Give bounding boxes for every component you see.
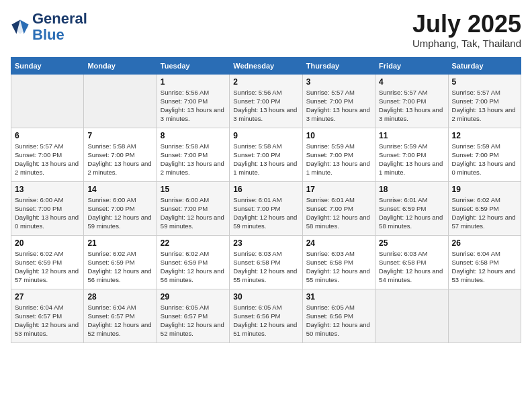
day-info: Sunrise: 5:59 AM Sunset: 7:00 PM Dayligh… [379,142,444,177]
calendar-cell: 8Sunrise: 5:58 AM Sunset: 7:00 PM Daylig… [157,128,229,181]
day-info: Sunrise: 5:56 AM Sunset: 7:00 PM Dayligh… [161,88,226,124]
calendar-cell: 18Sunrise: 6:01 AM Sunset: 6:59 PM Dayli… [375,181,448,235]
calendar-cell: 19Sunrise: 6:02 AM Sunset: 6:59 PM Dayli… [448,181,521,235]
day-info: Sunrise: 6:00 AM Sunset: 7:00 PM Dayligh… [87,195,152,231]
day-number: 20 [15,238,80,248]
day-number: 14 [87,185,152,194]
day-info: Sunrise: 5:57 AM Sunset: 7:00 PM Dayligh… [306,88,371,124]
day-info: Sunrise: 6:05 AM Sunset: 6:56 PM Dayligh… [233,303,298,338]
calendar-cell [375,289,448,342]
day-info: Sunrise: 6:03 AM Sunset: 6:58 PM Dayligh… [233,249,298,285]
day-number: 23 [233,238,298,248]
day-info: Sunrise: 6:01 AM Sunset: 7:00 PM Dayligh… [233,195,298,231]
day-info: Sunrise: 6:02 AM Sunset: 6:59 PM Dayligh… [87,249,152,285]
weekday-header-tuesday: Tuesday [157,57,229,74]
day-info: Sunrise: 6:00 AM Sunset: 7:00 PM Dayligh… [15,195,80,231]
day-number: 4 [379,77,444,87]
day-number: 11 [379,131,444,140]
calendar-cell: 29Sunrise: 6:05 AM Sunset: 6:57 PM Dayli… [157,289,229,342]
day-number: 29 [161,292,226,302]
weekday-header-thursday: Thursday [302,57,375,74]
day-info: Sunrise: 6:03 AM Sunset: 6:58 PM Dayligh… [306,249,371,285]
calendar-cell: 12Sunrise: 5:59 AM Sunset: 7:00 PM Dayli… [448,128,521,181]
day-info: Sunrise: 5:58 AM Sunset: 7:00 PM Dayligh… [233,142,298,177]
day-info: Sunrise: 5:57 AM Sunset: 7:00 PM Dayligh… [379,88,444,124]
calendar-cell [448,289,521,342]
calendar-body: 1Sunrise: 5:56 AM Sunset: 7:00 PM Daylig… [11,74,521,342]
day-info: Sunrise: 6:01 AM Sunset: 7:00 PM Dayligh… [306,195,371,231]
title-block: July 2025 Umphang, Tak, Thailand [412,11,521,49]
day-info: Sunrise: 5:59 AM Sunset: 7:00 PM Dayligh… [452,142,517,177]
month-year: July 2025 [412,11,521,38]
calendar-cell: 31Sunrise: 6:05 AM Sunset: 6:56 PM Dayli… [302,289,375,342]
day-number: 12 [452,131,517,140]
calendar-cell: 25Sunrise: 6:03 AM Sunset: 6:58 PM Dayli… [375,235,448,289]
day-info: Sunrise: 6:02 AM Sunset: 6:59 PM Dayligh… [452,195,517,231]
day-info: Sunrise: 5:59 AM Sunset: 7:00 PM Dayligh… [306,142,371,177]
calendar-week-1: 1Sunrise: 5:56 AM Sunset: 7:00 PM Daylig… [11,74,521,128]
day-info: Sunrise: 6:04 AM Sunset: 6:58 PM Dayligh… [452,249,517,285]
calendar-cell: 16Sunrise: 6:01 AM Sunset: 7:00 PM Dayli… [230,181,302,235]
calendar-cell: 5Sunrise: 5:57 AM Sunset: 7:00 PM Daylig… [448,74,521,128]
day-info: Sunrise: 5:58 AM Sunset: 7:00 PM Dayligh… [161,142,226,177]
calendar-cell: 20Sunrise: 6:02 AM Sunset: 6:59 PM Dayli… [11,235,84,289]
calendar-cell: 4Sunrise: 5:57 AM Sunset: 7:00 PM Daylig… [375,74,448,128]
day-number: 1 [161,77,226,87]
calendar-cell: 22Sunrise: 6:02 AM Sunset: 6:59 PM Dayli… [157,235,229,289]
day-number: 5 [452,77,517,87]
day-number: 13 [15,185,80,194]
calendar-cell: 30Sunrise: 6:05 AM Sunset: 6:56 PM Dayli… [230,289,302,342]
day-number: 18 [379,185,444,194]
day-number: 6 [15,131,80,140]
calendar-cell: 7Sunrise: 5:58 AM Sunset: 7:00 PM Daylig… [84,128,157,181]
calendar-cell: 23Sunrise: 6:03 AM Sunset: 6:58 PM Dayli… [230,235,302,289]
weekday-header-row: SundayMondayTuesdayWednesdayThursdayFrid… [11,57,521,74]
weekday-header-saturday: Saturday [448,57,521,74]
day-info: Sunrise: 6:02 AM Sunset: 6:59 PM Dayligh… [15,249,80,285]
calendar-cell: 27Sunrise: 6:04 AM Sunset: 6:57 PM Dayli… [11,289,84,342]
day-info: Sunrise: 6:00 AM Sunset: 7:00 PM Dayligh… [161,195,226,231]
day-info: Sunrise: 6:04 AM Sunset: 6:57 PM Dayligh… [87,303,152,338]
day-info: Sunrise: 6:01 AM Sunset: 6:59 PM Dayligh… [379,195,444,231]
calendar-cell: 6Sunrise: 5:57 AM Sunset: 7:00 PM Daylig… [11,128,84,181]
calendar-week-2: 6Sunrise: 5:57 AM Sunset: 7:00 PM Daylig… [11,128,521,181]
logo-text: General Blue [32,11,87,43]
location: Umphang, Tak, Thailand [412,38,521,49]
day-number: 26 [452,238,517,248]
day-number: 28 [87,292,152,302]
calendar-cell [11,74,84,128]
calendar-cell: 17Sunrise: 6:01 AM Sunset: 7:00 PM Dayli… [302,181,375,235]
day-number: 7 [87,131,152,140]
weekday-header-friday: Friday [375,57,448,74]
calendar-cell: 26Sunrise: 6:04 AM Sunset: 6:58 PM Dayli… [448,235,521,289]
day-number: 25 [379,238,444,248]
weekday-header-monday: Monday [84,57,157,74]
logo: General Blue [11,11,87,43]
day-number: 16 [233,185,298,194]
calendar-cell: 28Sunrise: 6:04 AM Sunset: 6:57 PM Dayli… [84,289,157,342]
day-number: 22 [161,238,226,248]
day-info: Sunrise: 5:57 AM Sunset: 7:00 PM Dayligh… [15,142,80,177]
day-number: 2 [233,77,298,87]
day-number: 8 [161,131,226,140]
calendar-week-4: 20Sunrise: 6:02 AM Sunset: 6:59 PM Dayli… [11,235,521,289]
calendar-week-5: 27Sunrise: 6:04 AM Sunset: 6:57 PM Dayli… [11,289,521,342]
calendar-cell: 13Sunrise: 6:00 AM Sunset: 7:00 PM Dayli… [11,181,84,235]
day-info: Sunrise: 6:02 AM Sunset: 6:59 PM Dayligh… [161,249,226,285]
page-header: General Blue July 2025 Umphang, Tak, Tha… [11,11,521,49]
day-number: 17 [306,185,371,194]
calendar-cell: 9Sunrise: 5:58 AM Sunset: 7:00 PM Daylig… [230,128,302,181]
calendar-cell: 21Sunrise: 6:02 AM Sunset: 6:59 PM Dayli… [84,235,157,289]
calendar-week-3: 13Sunrise: 6:00 AM Sunset: 7:00 PM Dayli… [11,181,521,235]
calendar-cell [84,74,157,128]
calendar-cell: 14Sunrise: 6:00 AM Sunset: 7:00 PM Dayli… [84,181,157,235]
logo-icon [11,17,30,36]
weekday-header-sunday: Sunday [11,57,84,74]
day-number: 30 [233,292,298,302]
calendar-cell: 24Sunrise: 6:03 AM Sunset: 6:58 PM Dayli… [302,235,375,289]
day-number: 9 [233,131,298,140]
day-number: 19 [452,185,517,194]
day-info: Sunrise: 5:57 AM Sunset: 7:00 PM Dayligh… [452,88,517,124]
day-info: Sunrise: 6:05 AM Sunset: 6:57 PM Dayligh… [161,303,226,338]
day-number: 31 [306,292,371,302]
